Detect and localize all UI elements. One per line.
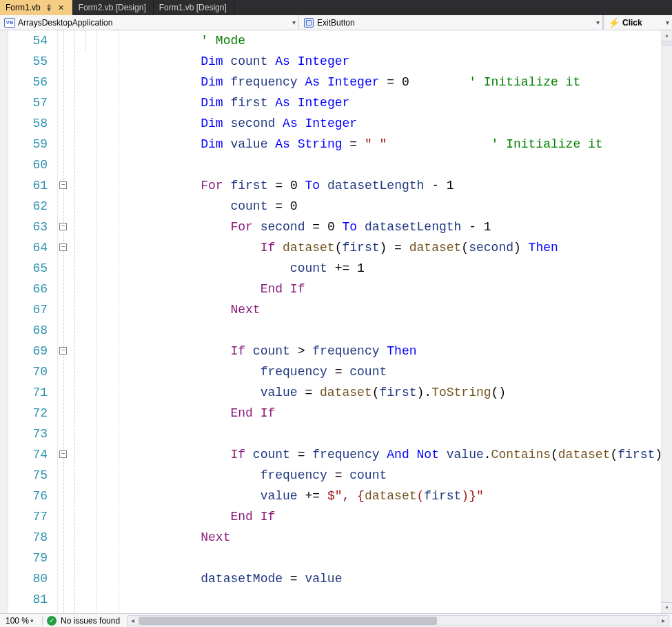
zoom-dropdown[interactable]: 100 % ▾ xyxy=(0,616,38,626)
collapse-toggle-icon[interactable]: − xyxy=(59,347,67,355)
line-number: 73 xyxy=(8,424,48,444)
separator xyxy=(42,616,43,626)
code-line[interactable] xyxy=(96,155,661,175)
event-label: Click xyxy=(622,18,663,28)
code-line[interactable]: If count > frequency Then xyxy=(96,341,661,361)
editor-status-bar: 100 % ▾ ✓ No issues found ◂ ▸ xyxy=(0,613,672,627)
code-line[interactable]: frequency = count xyxy=(96,361,661,382)
line-number: 79 xyxy=(8,548,48,568)
line-number: 60 xyxy=(8,155,48,175)
outline-row xyxy=(58,30,95,51)
code-line[interactable]: End If xyxy=(96,279,661,299)
code-line[interactable]: value = dataset(first).ToString() xyxy=(96,382,661,403)
line-number: 77 xyxy=(8,506,48,527)
code-line[interactable]: End If xyxy=(96,506,661,527)
code-line[interactable]: value += $", {dataset(first)}" xyxy=(96,486,661,506)
collapse-toggle-icon[interactable]: − xyxy=(59,223,67,230)
code-line[interactable]: count += 1 xyxy=(96,258,661,279)
outline-row xyxy=(58,465,95,486)
tab-label: Form2.vb [Design] xyxy=(79,3,146,12)
collapse-toggle-icon[interactable]: − xyxy=(59,450,67,458)
outline-row xyxy=(58,548,95,568)
outline-row xyxy=(58,403,95,424)
tab-form1-vb[interactable]: Form1.vb ✕ xyxy=(0,0,73,15)
lightning-icon: ⚡ xyxy=(608,18,620,28)
horizontal-scrollbar[interactable]: ◂ ▸ xyxy=(127,615,669,626)
event-dropdown[interactable]: ⚡ Click ▾ xyxy=(603,15,672,30)
outline-row xyxy=(58,382,95,403)
code-line[interactable] xyxy=(96,589,661,610)
outline-row: − xyxy=(58,341,95,361)
code-line[interactable] xyxy=(96,424,661,444)
code-line[interactable]: If count = frequency And Not value.Conta… xyxy=(96,444,661,465)
tab-form1-design[interactable]: Form1.vb [Design] xyxy=(154,0,234,15)
code-line[interactable]: For first = 0 To datasetLength - 1 xyxy=(96,175,661,196)
code-area[interactable]: ' Mode Dim count As Integer Dim frequenc… xyxy=(95,30,661,613)
code-line[interactable]: If dataset(first) = dataset(second) Then xyxy=(96,237,661,258)
code-line[interactable]: ' Mode xyxy=(96,30,661,51)
line-number: 61 xyxy=(8,175,48,196)
line-number: 72 xyxy=(8,403,48,424)
line-number: 70 xyxy=(8,361,48,382)
code-line[interactable] xyxy=(96,548,661,568)
close-icon[interactable]: ✕ xyxy=(57,3,65,12)
chevron-down-icon: ▾ xyxy=(30,617,34,624)
line-number: 69 xyxy=(8,341,48,361)
member-dropdown[interactable]: ExitButton ▾ xyxy=(299,15,603,30)
pin-icon[interactable] xyxy=(45,3,53,12)
line-number: 68 xyxy=(8,320,48,341)
outline-row xyxy=(58,196,95,217)
code-line[interactable]: datasetMode = value xyxy=(96,568,661,589)
outline-row: − xyxy=(58,175,95,196)
scroll-right-icon[interactable]: ▸ xyxy=(658,616,669,626)
outline-row xyxy=(58,299,95,320)
splitter-handle[interactable] xyxy=(662,41,672,46)
code-line[interactable]: frequency = count xyxy=(96,465,661,486)
outline-row xyxy=(58,279,95,299)
outline-row xyxy=(58,506,95,527)
scrollbar-thumb[interactable] xyxy=(139,617,437,625)
zoom-label: 100 % xyxy=(6,616,29,626)
line-number: 56 xyxy=(8,72,48,92)
line-number: 67 xyxy=(8,299,48,320)
code-line[interactable]: Dim frequency As Integer = 0 ' Initializ… xyxy=(96,72,661,92)
vertical-scrollbar[interactable]: ▴ ▾ xyxy=(661,30,672,613)
breakpoint-margin[interactable] xyxy=(0,30,8,613)
class-label: ArraysDesktopApplication xyxy=(18,18,289,28)
code-line[interactable]: Dim count As Integer xyxy=(96,51,661,72)
code-line[interactable]: Dim first As Integer xyxy=(96,92,661,113)
code-line[interactable]: End If xyxy=(96,403,661,424)
code-line[interactable] xyxy=(96,320,661,341)
scroll-up-icon[interactable]: ▴ xyxy=(662,30,672,41)
line-number: 80 xyxy=(8,568,48,589)
outline-row xyxy=(58,258,95,279)
code-line[interactable]: For second = 0 To datasetLength - 1 xyxy=(96,217,661,237)
vb-project-icon: VB xyxy=(4,17,15,28)
line-number: 54 xyxy=(8,30,48,51)
line-number-gutter: 5455565758596061626364656667686970717273… xyxy=(8,30,58,613)
line-number: 78 xyxy=(8,527,48,548)
code-line[interactable]: Next xyxy=(96,299,661,320)
tab-label: Form1.vb xyxy=(6,3,41,12)
issues-label: No issues found xyxy=(61,616,120,626)
code-line[interactable]: Next xyxy=(96,527,661,548)
line-number: 58 xyxy=(8,113,48,134)
code-line[interactable]: Dim value As String = " " ' Initialize i… xyxy=(96,134,661,155)
member-label: ExitButton xyxy=(317,18,593,28)
member-icon xyxy=(303,17,314,28)
line-number: 63 xyxy=(8,217,48,237)
nav-bar: VB ArraysDesktopApplication ▾ ExitButton… xyxy=(0,15,672,30)
collapse-toggle-icon[interactable]: − xyxy=(59,243,67,251)
class-dropdown[interactable]: VB ArraysDesktopApplication ▾ xyxy=(0,15,299,30)
code-line[interactable]: Dim second As Integer xyxy=(96,113,661,134)
collapse-toggle-icon[interactable]: − xyxy=(59,181,67,189)
code-line[interactable]: count = 0 xyxy=(96,196,661,217)
tab-label: Form1.vb [Design] xyxy=(159,3,227,12)
tab-form2-design[interactable]: Form2.vb [Design] xyxy=(73,0,154,15)
scroll-left-icon[interactable]: ◂ xyxy=(128,616,139,626)
outlining-margin[interactable]: −−−−− xyxy=(58,30,95,613)
outline-row xyxy=(58,134,95,155)
scroll-down-icon[interactable]: ▾ xyxy=(662,602,672,613)
outline-row xyxy=(58,72,95,92)
line-number: 55 xyxy=(8,51,48,72)
